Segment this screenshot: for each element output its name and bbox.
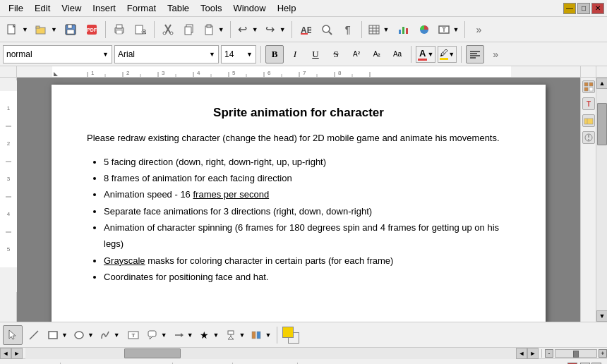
- highlight-arrow[interactable]: ▼: [448, 51, 455, 58]
- scroll-track[interactable]: [596, 89, 607, 310]
- insert-special-button[interactable]: [249, 325, 263, 345]
- new-button[interactable]: [4, 20, 20, 40]
- arrow-tool-group[interactable]: ▼: [171, 325, 196, 345]
- document-content[interactable]: Sprite animation for character Please re…: [17, 78, 580, 322]
- callout-dropdown-arrow[interactable]: ▼: [160, 332, 169, 339]
- maximize-button[interactable]: □: [577, 3, 590, 14]
- open-button-group[interactable]: ▼: [32, 20, 59, 40]
- underline-button[interactable]: U: [306, 45, 325, 63]
- vertical-scrollbar[interactable]: ▲ ▼: [596, 78, 607, 322]
- menu-edit[interactable]: Edit: [29, 1, 56, 15]
- zoom-slider-track[interactable]: [555, 349, 597, 358]
- gallery-button[interactable]: [582, 114, 595, 127]
- strikethrough-button[interactable]: S: [327, 45, 345, 63]
- callout-tool-button[interactable]: [145, 325, 160, 345]
- menu-tools[interactable]: Tools: [195, 1, 227, 15]
- flowchart-dropdown-arrow[interactable]: ▼: [238, 332, 247, 339]
- insert-table-button[interactable]: [366, 20, 382, 40]
- nonprinting-chars-button[interactable]: ¶: [338, 20, 358, 40]
- spellcheck-button[interactable]: ABC: [296, 20, 315, 40]
- menu-format[interactable]: Format: [121, 1, 162, 15]
- special-dropdown-arrow[interactable]: ▼: [263, 332, 272, 339]
- menu-view[interactable]: View: [56, 1, 87, 15]
- print-preview-button[interactable]: [131, 20, 150, 40]
- paste-button[interactable]: [201, 20, 217, 40]
- insert-textbox-button[interactable]: T: [436, 20, 452, 40]
- menu-window[interactable]: Window: [227, 1, 271, 15]
- properties-button[interactable]: [582, 131, 595, 144]
- ellipse-tool-group[interactable]: ▼: [71, 325, 96, 345]
- subscript-button[interactable]: A₂: [368, 45, 386, 63]
- prev-page-button[interactable]: ◄: [0, 348, 11, 359]
- undo-dropdown-arrow[interactable]: ▼: [251, 26, 260, 33]
- insert-chart-button[interactable]: [393, 20, 413, 40]
- select-tool-button[interactable]: [3, 325, 23, 345]
- h-scroll-right-button[interactable]: ►: [527, 348, 539, 359]
- italic-button[interactable]: I: [286, 45, 304, 63]
- rect-dropdown-arrow[interactable]: ▼: [60, 332, 69, 339]
- rectangle-tool-button[interactable]: [46, 325, 60, 345]
- font-select[interactable]: Arial ▼: [114, 45, 219, 63]
- h-scroll-track[interactable]: [25, 348, 516, 359]
- align-left-button[interactable]: [466, 45, 484, 63]
- insert-pie-chart-button[interactable]: [414, 20, 434, 40]
- zoom-in-button[interactable]: +: [599, 349, 607, 358]
- text-draw-button[interactable]: T: [124, 325, 143, 345]
- new-dropdown-arrow[interactable]: ▼: [20, 26, 30, 33]
- bold-button[interactable]: B: [265, 45, 284, 63]
- next-page-button[interactable]: ►: [11, 348, 23, 359]
- freeform-dropdown-arrow[interactable]: ▼: [112, 332, 121, 339]
- more-button[interactable]: »: [469, 20, 488, 40]
- redo-dropdown-arrow[interactable]: ▼: [278, 26, 287, 33]
- h-scroll-thumb[interactable]: [124, 348, 181, 358]
- save-button[interactable]: [61, 20, 80, 40]
- undo-button-group[interactable]: ↩ ▼: [234, 20, 260, 40]
- case-button[interactable]: Aa: [388, 45, 407, 63]
- insert-textbox-button-group[interactable]: T ▼: [435, 20, 462, 40]
- insert-table-button-group[interactable]: ▼: [366, 20, 392, 40]
- minimize-button[interactable]: —: [563, 3, 576, 14]
- font-color-button-group[interactable]: A ▼: [416, 46, 435, 63]
- open-button[interactable]: [32, 20, 49, 40]
- copy-button[interactable]: [179, 20, 199, 40]
- flowchart-tool-button[interactable]: [224, 325, 238, 345]
- redo-button[interactable]: ↪: [263, 20, 278, 40]
- insert-special-group[interactable]: ▼: [248, 325, 273, 345]
- table-dropdown-arrow[interactable]: ▼: [382, 26, 391, 33]
- callout-tool-group[interactable]: ▼: [145, 325, 169, 345]
- scroll-up-button[interactable]: ▲: [596, 78, 607, 89]
- star-tool-button[interactable]: ★: [198, 325, 212, 345]
- freeform-tool-button[interactable]: [98, 325, 112, 345]
- find-button[interactable]: [317, 20, 337, 40]
- export-pdf-button[interactable]: PDF: [82, 20, 102, 40]
- arrow-tool-button[interactable]: [172, 325, 186, 345]
- fill-color-indicator[interactable]: [281, 325, 301, 345]
- superscript-button[interactable]: A²: [347, 45, 366, 63]
- paragraph-style-select[interactable]: normal ▼: [3, 45, 112, 63]
- scroll-down-button[interactable]: ▼: [596, 310, 607, 322]
- undo-button[interactable]: ↩: [235, 20, 251, 40]
- open-dropdown-arrow[interactable]: ▼: [49, 26, 59, 33]
- styles-button[interactable]: T: [582, 97, 595, 110]
- font-size-select[interactable]: 14 ▼: [221, 45, 256, 63]
- h-scroll-left-button[interactable]: ◄: [516, 348, 527, 359]
- star-tool-group[interactable]: ★ ▼: [197, 325, 222, 345]
- paste-dropdown-arrow[interactable]: ▼: [217, 26, 226, 33]
- menu-file[interactable]: File: [3, 1, 29, 15]
- zoom-out-button[interactable]: -: [545, 349, 553, 358]
- ellipse-dropdown-arrow[interactable]: ▼: [86, 332, 95, 339]
- cut-button[interactable]: [158, 20, 178, 40]
- print-button[interactable]: [109, 20, 129, 40]
- star-dropdown-arrow[interactable]: ▼: [212, 332, 221, 339]
- scroll-thumb[interactable]: [597, 103, 607, 145]
- zoom-slider-thumb[interactable]: [573, 351, 579, 358]
- menu-help[interactable]: Help: [272, 1, 302, 15]
- arrow-dropdown-arrow[interactable]: ▼: [186, 332, 195, 339]
- flowchart-tool-group[interactable]: ▼: [223, 325, 248, 345]
- menu-insert[interactable]: Insert: [87, 1, 121, 15]
- ellipse-tool-button[interactable]: [72, 325, 86, 345]
- line-tool-button[interactable]: [24, 325, 44, 345]
- navigator-button[interactable]: [582, 80, 595, 93]
- new-button-group[interactable]: ▼: [3, 20, 30, 40]
- redo-button-group[interactable]: ↪ ▼: [262, 20, 288, 40]
